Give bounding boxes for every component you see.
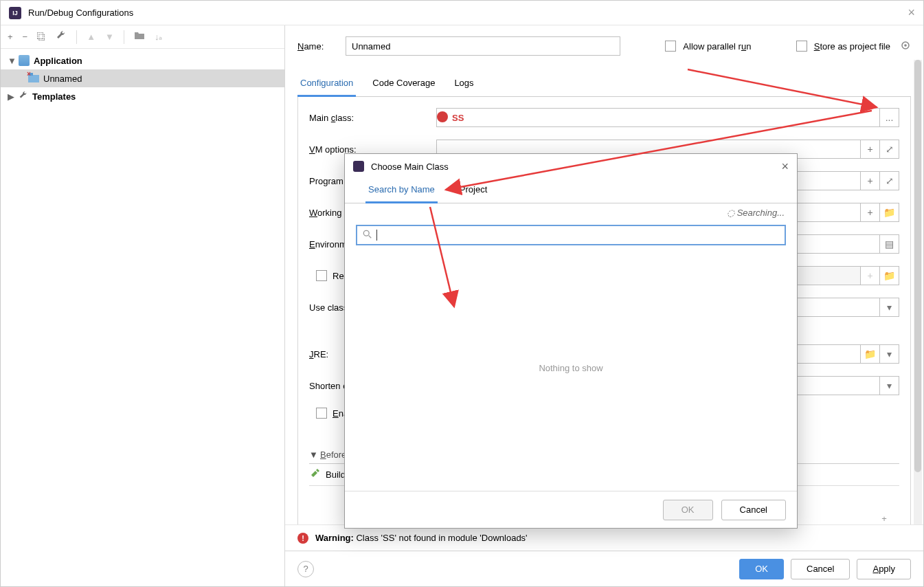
- chevron-down-icon[interactable]: ▾: [880, 376, 899, 395]
- expand-icon[interactable]: ⤢: [880, 140, 899, 159]
- caret-right-icon: ▶: [8, 91, 14, 102]
- plus-icon[interactable]: +: [861, 203, 880, 222]
- popup-titlebar: Choose Main Class ×: [345, 154, 797, 179]
- tab-logs[interactable]: Logs: [451, 72, 476, 96]
- allow-parallel-checkbox[interactable]: [665, 41, 676, 52]
- dialog-footer: ? OK Cancel Apply: [285, 551, 923, 586]
- tree-item-label: Unnamed: [43, 74, 82, 84]
- wrench-icon: [19, 91, 28, 102]
- store-project-checkbox[interactable]: [796, 41, 807, 52]
- chevron-down-icon[interactable]: ▾: [880, 298, 899, 317]
- caret-down-icon: ▼: [8, 56, 14, 66]
- tree-templates-group[interactable]: ▶ Templates: [1, 87, 284, 105]
- config-icon: ×: [28, 73, 39, 85]
- config-tabs: Configuration Code Coverage Logs: [297, 72, 911, 97]
- redirect-checkbox[interactable]: [316, 270, 327, 281]
- add-task-icon[interactable]: +: [881, 513, 887, 524]
- choose-main-class-popup: Choose Main Class × Search by Name Proje…: [344, 153, 798, 529]
- copy-icon[interactable]: ⿻: [37, 32, 46, 42]
- popup-title: Choose Main Class: [371, 162, 449, 172]
- svg-line-5: [369, 235, 372, 238]
- searching-label: ◌ Searching...: [345, 203, 797, 222]
- name-input[interactable]: [346, 36, 620, 56]
- name-label: Name:: [297, 41, 332, 52]
- remove-icon[interactable]: −: [23, 32, 28, 42]
- add-icon[interactable]: +: [8, 32, 13, 42]
- text-caret: [376, 230, 377, 241]
- popup-ok-button[interactable]: OK: [663, 500, 713, 520]
- spinner-icon: ◌: [727, 208, 734, 218]
- enable-checkbox[interactable]: [316, 408, 327, 419]
- warning-icon: !: [297, 533, 308, 544]
- left-panel: + − ⿻ ▲ ▼ ↓ₐ ▼ Application: [1, 25, 285, 586]
- application-folder-icon: [19, 55, 30, 66]
- tab-configuration[interactable]: Configuration: [297, 72, 356, 97]
- search-icon: [363, 230, 372, 241]
- help-button[interactable]: ?: [297, 561, 314, 577]
- popup-close-icon[interactable]: ×: [781, 159, 789, 174]
- down-icon[interactable]: ▼: [105, 32, 114, 42]
- popup-tab-search-by-name[interactable]: Search by Name: [365, 179, 438, 203]
- window-title: Run/Debug Configurations: [28, 8, 133, 18]
- before-label: Before: [320, 450, 346, 460]
- folder-browse-icon[interactable]: 📁: [861, 344, 880, 364]
- list-icon[interactable]: ▤: [880, 234, 899, 254]
- tree-application-label: Application: [34, 56, 82, 66]
- config-tree: ▼ Application × Unnamed ▶ Templ: [1, 49, 284, 586]
- sort-icon[interactable]: ↓ₐ: [155, 32, 163, 42]
- tree-templates-label: Templates: [32, 91, 76, 102]
- store-project-label: Store as project file: [814, 41, 890, 52]
- main-class-input[interactable]: SS: [436, 108, 880, 127]
- folder-browse-icon[interactable]: 📁: [880, 266, 899, 285]
- build-label: Build: [326, 469, 346, 480]
- intellij-icon: [353, 161, 364, 172]
- window-titlebar: Run/Debug Configurations ×: [1, 1, 923, 25]
- main-class-label: Main class:: [309, 113, 436, 123]
- window-close-icon[interactable]: ×: [908, 5, 915, 20]
- tree-application-group[interactable]: ▼ Application: [1, 52, 284, 69]
- svg-point-4: [363, 230, 369, 236]
- popup-footer: OK Cancel: [345, 491, 797, 528]
- plus-icon[interactable]: +: [861, 266, 880, 285]
- popup-tab-project[interactable]: Project: [457, 179, 490, 203]
- warning-label: Warning:: [315, 533, 354, 543]
- intellij-icon: [9, 7, 21, 19]
- popup-search-input[interactable]: [356, 225, 786, 245]
- run-config-window: Run/Debug Configurations × + − ⿻ ▲ ▼ ↓ₐ: [0, 0, 924, 587]
- expand-icon[interactable]: ⤢: [880, 171, 899, 190]
- svg-point-3: [904, 44, 907, 47]
- ok-button[interactable]: OK: [739, 559, 784, 579]
- warning-message: Class 'SS' not found in module 'Download…: [356, 533, 527, 543]
- browse-main-class-button[interactable]: ...: [880, 108, 899, 127]
- caret-down-icon[interactable]: ▼: [309, 450, 316, 460]
- tree-item-unnamed[interactable]: × Unnamed: [1, 69, 284, 87]
- popup-cancel-button[interactable]: Cancel: [721, 500, 786, 520]
- plus-icon[interactable]: +: [861, 171, 880, 190]
- popup-results-empty: Nothing to show: [356, 255, 786, 481]
- chevron-down-icon[interactable]: ▾: [880, 344, 899, 364]
- cancel-button[interactable]: Cancel: [791, 559, 850, 579]
- up-icon[interactable]: ▲: [87, 32, 95, 42]
- config-toolbar: + − ⿻ ▲ ▼ ↓ₐ: [1, 25, 284, 49]
- gear-icon[interactable]: [900, 40, 911, 53]
- folder-icon[interactable]: [134, 30, 145, 43]
- allow-parallel-label: Allow parallel run: [683, 41, 751, 52]
- folder-browse-icon[interactable]: 📁: [880, 203, 899, 222]
- wrench-icon[interactable]: [56, 30, 67, 43]
- tab-code-coverage[interactable]: Code Coverage: [370, 72, 438, 96]
- plus-icon[interactable]: +: [861, 140, 880, 159]
- popup-tabs: Search by Name Project: [345, 179, 797, 203]
- hammer-icon: [309, 468, 320, 481]
- scrollbar[interactable]: [914, 60, 922, 524]
- apply-button[interactable]: Apply: [857, 559, 911, 579]
